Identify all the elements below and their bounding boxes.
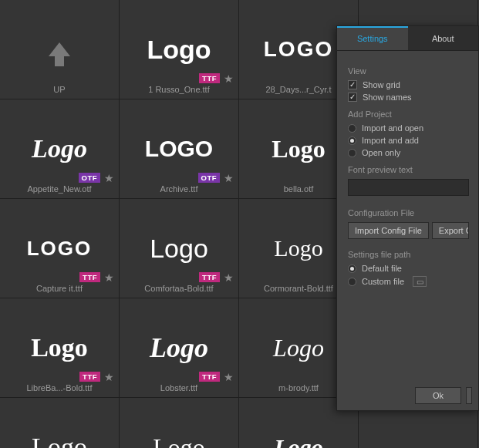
format-badge: TTF — [199, 372, 220, 382]
star-icon[interactable]: ★ — [224, 271, 234, 284]
label-custom-file: Custom file — [362, 277, 404, 286]
label-show-names: Show names — [363, 93, 412, 102]
font-cell[interactable]: LogoLibreBa...-Bold.ttfTTF★ — [0, 298, 119, 397]
font-preview: Logo — [32, 398, 87, 448]
format-badge: TTF — [79, 372, 100, 382]
label-import-add: Import and add — [362, 136, 419, 145]
font-preview: Logo — [32, 99, 87, 198]
font-cell[interactable]: LogoComfortaa-Bold.ttfTTF★ — [120, 199, 238, 298]
label-open-only: Open only — [362, 148, 400, 157]
font-filename: 1 Russo_One.ttf — [120, 85, 238, 94]
font-preview: Logo — [147, 0, 211, 99]
font-filename: UP — [0, 85, 119, 94]
panel-body: View Show grid Show names Add Project Im… — [337, 51, 478, 296]
font-preview: Logo — [272, 99, 325, 198]
font-filename: Capture it.ttf — [0, 284, 119, 293]
view-heading: View — [348, 66, 469, 76]
font-preview: Logo — [274, 398, 322, 448]
add-project-heading: Add Project — [348, 109, 469, 119]
star-icon[interactable]: ★ — [104, 271, 114, 284]
radio-import-add[interactable] — [348, 136, 356, 145]
radio-custom-file[interactable] — [348, 278, 356, 286]
export-config-button[interactable]: Export Co — [432, 222, 469, 239]
preview-text-input[interactable] — [348, 179, 469, 196]
font-preview: LOGO — [264, 0, 333, 99]
checkbox-show-names[interactable] — [348, 93, 357, 102]
font-cell[interactable]: LOGOCapture it.ttfTTF★ — [0, 199, 119, 298]
radio-default-file[interactable] — [348, 264, 356, 273]
radio-open-only[interactable] — [348, 149, 356, 157]
font-filename: Appetite_New.otf — [0, 184, 119, 194]
settings-path-heading: Settings file path — [348, 250, 469, 259]
label-default-file: Default file — [362, 264, 402, 273]
secondary-button[interactable] — [466, 387, 472, 404]
up-arrow-icon — [49, 42, 70, 56]
font-preview: Logo — [274, 199, 322, 298]
star-icon[interactable]: ★ — [104, 371, 114, 383]
font-preview: Logo — [150, 199, 208, 298]
ok-button[interactable]: Ok — [415, 387, 461, 404]
font-preview: Logo — [150, 298, 208, 397]
radio-import-open[interactable] — [348, 124, 356, 133]
format-badge: TTF — [79, 272, 100, 282]
format-badge: OTF — [79, 173, 101, 183]
font-filename: Lobster.ttf — [120, 383, 238, 392]
format-badge: TTF — [199, 73, 220, 83]
font-cell[interactable]: LogoAppetite_New.otfOTF★ — [0, 99, 119, 198]
font-cell[interactable]: Logo1 Russo_One.ttfTTF★ — [120, 0, 238, 99]
tab-settings[interactable]: Settings — [337, 26, 408, 50]
font-filename: Comfortaa-Bold.ttf — [120, 284, 238, 293]
checkbox-show-grid[interactable] — [348, 80, 357, 89]
font-preview: LOGO — [27, 199, 93, 298]
star-icon[interactable]: ★ — [224, 72, 234, 85]
font-cell[interactable]: LOGOArchive.ttfOTF★ — [120, 99, 238, 198]
font-cell[interactable]: LogoOranienbaum.otfTTF★ — [0, 398, 119, 448]
star-icon[interactable]: ★ — [104, 172, 114, 184]
font-preview — [49, 0, 70, 99]
font-cell[interactable]: Logootrada.otfOTF★ — [120, 398, 238, 448]
format-badge: OTF — [198, 173, 221, 183]
font-filename: Archive.ttf — [120, 184, 238, 194]
panel-tabs: Settings About — [337, 26, 478, 51]
font-preview: LOGO — [145, 99, 213, 198]
font-filename: LibreBa...-Bold.ttf — [0, 383, 119, 392]
font-preview: Logo — [273, 298, 324, 397]
label-import-open: Import and open — [362, 123, 423, 133]
settings-panel: Settings About View Show grid Show names… — [336, 25, 479, 411]
format-badge: TTF — [199, 272, 220, 282]
font-preview: Logo — [153, 398, 205, 448]
import-config-button[interactable]: Import Config File — [348, 222, 429, 239]
star-icon[interactable]: ★ — [224, 172, 234, 184]
tab-about[interactable]: About — [408, 26, 479, 50]
font-cell[interactable]: UP — [0, 0, 119, 99]
folder-icon[interactable]: ▭ — [413, 276, 427, 287]
font-cell[interactable]: LogoLobster.ttfTTF★ — [120, 298, 238, 397]
font-preview: Logo — [31, 298, 88, 397]
config-heading: Configuration File — [348, 208, 469, 217]
star-icon[interactable]: ★ — [224, 371, 234, 383]
preview-heading: Font preview text — [348, 165, 469, 174]
label-show-grid: Show grid — [363, 80, 400, 89]
